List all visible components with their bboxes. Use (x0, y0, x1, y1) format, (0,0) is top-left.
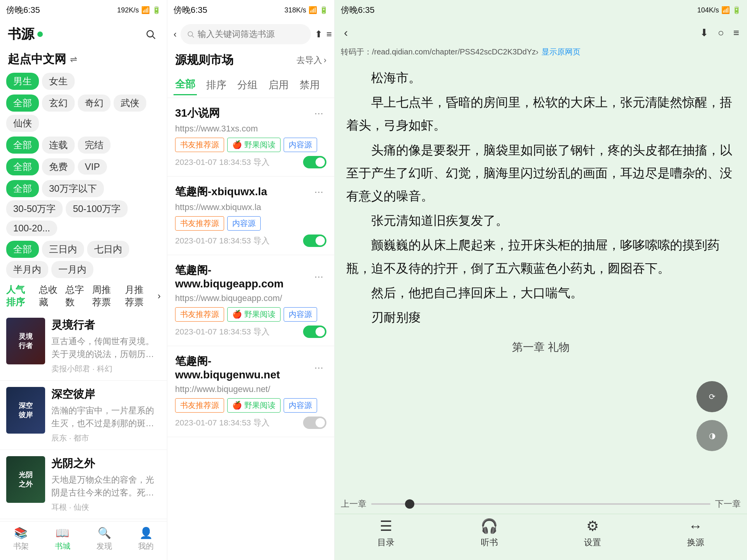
book-item-2[interactable]: 光阴之外 光阴之外 天地是万物众生的容舍，光阴是古往今来的过客。死生的差异，就好… (0, 450, 167, 519)
toggle-3[interactable] (303, 416, 326, 429)
search-icon-2 (187, 30, 195, 38)
toggle-2[interactable] (303, 326, 326, 338)
source-item-1: 笔趣阁-xbiquwx.la ··· https://www.xbiquwx.l… (167, 177, 334, 255)
filter-time-7d[interactable]: 七日内 (87, 241, 129, 258)
switch-source-icon: ↔ (689, 518, 703, 534)
nav-label-discover: 发现 (96, 541, 112, 551)
reader-status-bar: 傍晚6:35 104K/s 📶 🔋 (335, 0, 747, 20)
tab-group[interactable]: 分组 (236, 75, 259, 95)
para-5: 然后，他把自己摔回床上，大口喘气。 (346, 282, 735, 304)
filter-genre-xuanhuan[interactable]: 玄幻 (42, 94, 75, 112)
book-title-2: 光阴之外 (51, 456, 161, 471)
filter-fee-vip[interactable]: VIP (78, 159, 107, 175)
filter-genre-qihuan[interactable]: 奇幻 (78, 94, 110, 112)
panel2-header: ‹ ⬆ ≡ (167, 20, 334, 48)
nav-label-profile: 我的 (138, 541, 154, 551)
para-2: 头痛的像是要裂开，脑袋里如同嵌了钢针，疼的头皮都在抽搐，以至于产生了幻听、幻觉，… (346, 139, 735, 208)
book-cover-0: 灵境行者 (6, 318, 45, 364)
nav-toc[interactable]: ☰ 目录 (377, 518, 395, 548)
sort-popularity[interactable]: 人气排序 (6, 284, 31, 308)
menu-icon[interactable]: ≡ (732, 25, 741, 40)
filter-time-30d[interactable]: 一月内 (51, 261, 93, 278)
toggle-0[interactable] (303, 156, 326, 168)
filter-fee-all[interactable]: 全部 (6, 158, 39, 175)
filter-len-30[interactable]: 30万字以下 (42, 180, 104, 197)
source-url-1: https://www.xbiquwx.la (175, 202, 326, 212)
refresh-icon[interactable]: ○ (716, 25, 726, 40)
filter-female[interactable]: 女生 (42, 73, 75, 90)
source-item-header-3: 笔趣阁-www.biqugenwu.net ··· (175, 354, 326, 381)
filter-len-all[interactable]: 全部 (6, 180, 39, 197)
tag-recommend-1: 书友推荐源 (175, 216, 224, 231)
upload-button[interactable]: ⬆ (315, 26, 323, 43)
book-item-0[interactable]: 灵境行者 灵境行者 亘古通今，传闻世有灵境。关于灵境的说法，历朝历代的名人雅士众… (0, 312, 167, 381)
nav-bookstore[interactable]: 📖 书城 (42, 522, 83, 556)
search-bar[interactable] (181, 24, 311, 44)
filter-button[interactable]: ≡ (326, 26, 332, 43)
svg-line-3 (192, 36, 194, 38)
back-button-2[interactable]: ‹ (174, 26, 177, 43)
time-1: 傍晚6:35 (6, 4, 40, 16)
profile-icon: 👤 (139, 527, 153, 539)
filter-male[interactable]: 男生 (6, 73, 39, 90)
tab-sort[interactable]: 排序 (205, 75, 228, 95)
sort-words[interactable]: 总字数 (65, 284, 84, 308)
fee-filter-row: 全部 免费 VIP (0, 156, 167, 178)
more-btn-1[interactable]: ··· (311, 186, 326, 198)
filter-time-15d[interactable]: 半月内 (6, 261, 48, 278)
swap-icon[interactable]: ⇌ (70, 54, 77, 65)
toggle-1[interactable] (303, 234, 326, 247)
search-input[interactable] (198, 29, 305, 39)
nav-settings[interactable]: ⚙ 设置 (584, 518, 601, 548)
nav-listen[interactable]: 🎧 听书 (480, 518, 498, 548)
filter-len-50-100[interactable]: 50-100万字 (66, 200, 128, 217)
nav-profile[interactable]: 👤 我的 (125, 522, 167, 556)
market-link-text: 去导入 (296, 54, 322, 66)
filter-genre-wuxia[interactable]: 武侠 (114, 94, 146, 112)
download-icon[interactable]: ⬇ (698, 25, 710, 40)
tag-recommend-2: 书友推荐源 (175, 307, 224, 322)
tab-all[interactable]: 全部 (174, 74, 197, 95)
book-item-1[interactable]: 深空彼岸 深空彼岸 浩瀚的宇宙中，一片星系的生灭，也不过是刹那的斑驳流光。仰望星… (0, 381, 167, 450)
filter-genre-xianxia[interactable]: 仙侠 (6, 115, 39, 132)
source-item-2: 笔趣阁-www.biqugeapp.com ··· https://www.bi… (167, 255, 334, 346)
progress-thumb[interactable] (405, 499, 414, 509)
reader-bottom: 上一章 下一章 ☰ 目录 🎧 听书 ⚙ 设置 ↔ 换源 (335, 494, 747, 560)
market-import-link[interactable]: 去导入 › (296, 54, 326, 66)
filter-status-complete[interactable]: 完结 (78, 136, 110, 154)
sort-more[interactable]: › (158, 290, 161, 301)
filter-len-30-50[interactable]: 30-50万字 (6, 200, 63, 217)
nav-discover[interactable]: 🔍 发现 (84, 522, 125, 556)
nav-bookshelf[interactable]: 📚 书架 (0, 522, 42, 556)
reader-back-button[interactable]: ‹ (341, 23, 351, 42)
nav-switch-source[interactable]: ↔ 换源 (687, 518, 704, 548)
show-original-link[interactable]: 显示原网页 (542, 47, 580, 57)
sort-weekly[interactable]: 周推荐票 (92, 284, 117, 308)
book-desc-1: 浩瀚的宇宙中，一片星系的生灭，也不过是刹那的斑驳流光。仰望星空，总有种… (51, 404, 161, 430)
more-btn-3[interactable]: ··· (311, 361, 326, 374)
listen-icon: 🎧 (480, 518, 498, 534)
tag-recommend-3: 书友推荐源 (175, 398, 224, 413)
tab-enabled[interactable]: 启用 (267, 75, 290, 95)
signal-icon: 📶 (141, 6, 150, 14)
filter-time-3d[interactable]: 三日内 (42, 241, 84, 258)
filter-status-all[interactable]: 全部 (6, 136, 39, 154)
next-chapter-btn[interactable]: 下一章 (715, 498, 741, 510)
more-btn-0[interactable]: ··· (311, 107, 326, 119)
sort-monthly[interactable]: 月推荐票 (125, 284, 150, 308)
float-button-2[interactable]: ◑ (696, 420, 728, 451)
green-dot-icon (37, 32, 43, 37)
url-bar: 转码于：/read.qidian.com/chapter/PSS42scDC2K… (335, 45, 747, 59)
filter-genre-all[interactable]: 全部 (6, 94, 39, 112)
filter-time-all[interactable]: 全部 (6, 241, 39, 258)
float-button-1[interactable]: ⟳ (696, 381, 728, 412)
filter-len-100[interactable]: 100-20... (6, 220, 57, 236)
prev-chapter-btn[interactable]: 上一章 (341, 498, 366, 510)
search-button[interactable] (142, 26, 159, 43)
tab-disabled[interactable]: 禁用 (298, 75, 321, 95)
more-btn-2[interactable]: ··· (311, 270, 326, 283)
filter-fee-free[interactable]: 免费 (42, 158, 75, 175)
progress-track[interactable] (371, 503, 710, 505)
sort-favorites[interactable]: 总收藏 (39, 284, 58, 308)
filter-status-ongoing[interactable]: 连载 (42, 136, 75, 154)
